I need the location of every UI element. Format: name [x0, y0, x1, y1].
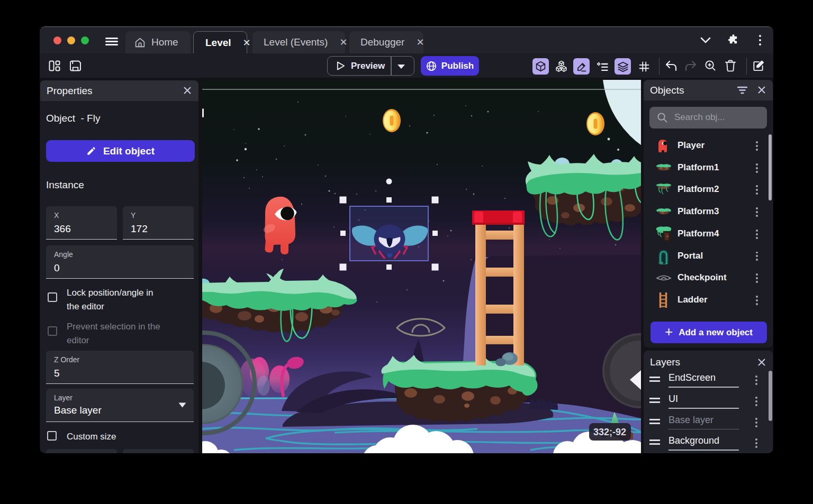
svg-text:332;-92: 332;-92 [593, 427, 626, 437]
